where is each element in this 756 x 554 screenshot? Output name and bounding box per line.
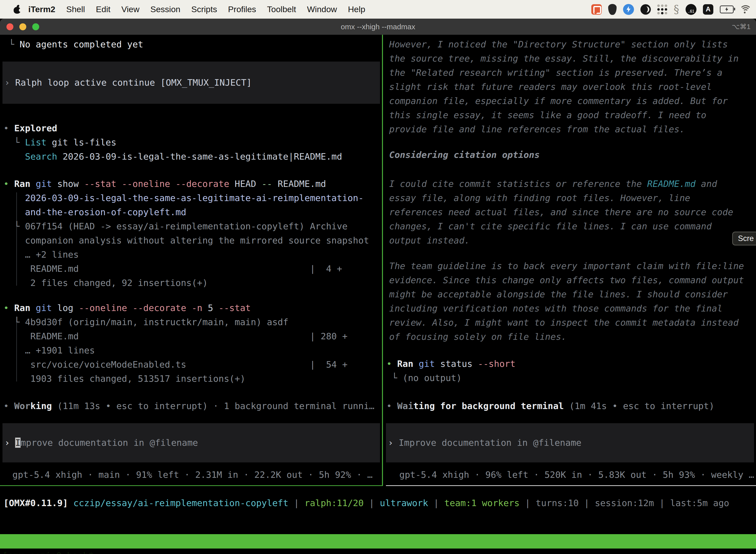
menu-item-edit[interactable]: Edit [96,4,111,14]
prompt-input-right[interactable]: › Improve documentation in @filename [386,423,754,462]
reasoning-line: output instead. [389,233,470,247]
right-pane-border [386,485,756,486]
agents-note: └ No agents completed yet [3,37,143,51]
reasoning-line: However, I noticed the "Directory Struct… [389,37,728,51]
dots-grid-icon[interactable] [657,4,667,14]
explored-header: • Explored [3,121,57,135]
wifi-icon[interactable] [740,5,751,14]
menu-item-view[interactable]: View [121,4,139,14]
omx-team: team:1 workers [444,498,519,508]
show-output-line: … +2 lines [3,247,79,262]
menu-items: iTerm2 Shell Edit View Session Scripts P… [28,4,365,14]
menu-item-help[interactable]: Help [348,4,365,14]
command-git-log: • Ran git log --oneline --decorate -n 5 … [3,301,251,315]
window-title: omx --xhigh --madmax [0,22,756,31]
moon-icon[interactable] [640,4,651,15]
apple-menu-icon[interactable] [13,5,21,14]
reasoning-line: including verification notes with those … [389,301,722,316]
lightning-badge-icon[interactable] [623,4,634,15]
waiting-status: • Waiting for background terminal (1m 41… [386,399,714,413]
reasoning-line: references need actual files, and since … [389,205,733,219]
messages-icon[interactable] [591,4,602,15]
macos-menubar: iTerm2 Shell Edit View Session Scripts P… [0,0,756,19]
reasoning-line: this single essay, it seems like a good … [389,108,706,122]
show-output-line: companion analysis without altering the … [3,233,369,247]
show-filename-line: 2026-03-09-is-legal-the-same-as-legitima… [3,191,364,205]
reasoning-line: slight risk that future readers may over… [389,80,712,94]
log-output-line: 1903 files changed, 513517 insertions(+) [3,372,245,386]
status-output-line: └ (no output) [386,371,461,385]
menu-item-session[interactable]: Session [150,4,180,14]
menu-item-scripts[interactable]: Scripts [191,4,217,14]
window-shortcut: ⌥⌘1 [732,22,751,31]
shield-grid-icon[interactable] [608,4,617,15]
inject-banner[interactable]: › Ralph loop active continue [OMX_TMUX_I… [2,62,380,104]
reasoning-line: might be acceptable alongside the file l… [389,287,728,301]
reasoning-line: review. Also, I might want to inspect th… [389,316,739,330]
text-cursor: I [15,438,20,448]
show-filename-line: and-the-erosion-of-copyleft.md [3,205,186,219]
left-pane-border [0,485,383,486]
readme-link: README.md [647,179,695,189]
pane-divider[interactable] [382,35,383,486]
reasoning-line: provide file and line references from th… [389,122,685,136]
model-status-line-right: gpt-5.4 xhigh · 96% left · 520K in · 5.8… [399,467,754,482]
battery-icon[interactable] [720,5,734,13]
explored-search-item: Search 2026-03-09-is-legal-the-same-as-l… [3,150,342,164]
omx-path: cczip/essay/ai-reimplementation-copyleft [68,498,289,508]
omx-status-line: [OMX#0.11.9] cczip/essay/ai-reimplementa… [3,496,729,510]
screen-overlay-chip[interactable]: Scre [732,232,756,245]
menu-item-iterm2[interactable]: iTerm2 [28,4,55,14]
reasoning-line: essay file, along with finding root file… [389,191,690,205]
reasoning-line: The team guideline is to back every impo… [389,259,744,273]
menu-item-profiles[interactable]: Profiles [228,4,256,14]
show-output-line: └ 067f154 (HEAD -> essay/ai-reimplementa… [3,219,348,233]
show-output-line: README.md | 4 + [3,262,342,276]
tmux-session-name[interactable]: [omx-cczip0:bash* [2,549,94,554]
reasoning-heading: Considering citation options [389,148,540,162]
reasoning-line: evidence. Since this change only affects… [389,273,744,287]
log-output-line: README.md | 280 + [3,329,348,343]
menubar-status-icons: § ..61 A [591,4,756,15]
menu-item-shell[interactable]: Shell [66,4,85,14]
working-status: • Working (11m 13s • esc to interrupt) ·… [3,399,375,413]
prompt-input-left[interactable]: › Improve documentation in @filename [2,423,380,462]
omx-ralph-counter: ralph:11/20 [305,498,364,508]
command-git-show: • Ran git show --stat --oneline --decora… [3,177,326,191]
reasoning-line: companion file, especially if more comme… [389,94,728,108]
window-titlebar: omx --xhigh --madmax ⌥⌘1 [0,19,756,35]
model-status-line-left: gpt-5.4 xhigh · main · 91% left · 2.31M … [12,467,373,482]
omx-version: [OMX#0.11.9] [3,498,68,508]
reasoning-line: of focusing solely on file lines. [389,330,567,344]
input-source-icon[interactable]: A [703,4,713,15]
hook-icon[interactable]: § [674,4,679,15]
log-output-line: └ 4b9d30f (origin/main, instructkr/main,… [3,315,289,329]
command-git-status: • Ran git status --short [386,357,515,371]
left-terminal-pane: └ No agents completed yet › Ralph loop a… [0,35,382,486]
reasoning-line: I could cite commit statistics or refere… [389,177,717,191]
reasoning-line: the "Related research writing" section i… [389,65,722,80]
log-output-line: … +1901 lines [3,343,95,357]
menu-item-toolbelt[interactable]: Toolbelt [267,4,296,14]
tmux-status-bar: [omx-cczip0:bash* "MacBook-Pro-44.local"… [0,534,756,549]
omx-session-info: | turns:10 | session:12m | last:5m ago [520,498,729,508]
right-terminal-pane: However, I noticed the "Directory Struct… [386,35,756,486]
reasoning-line: changes, I can't cite specific file line… [389,219,712,233]
reasoning-line: the source tree, missing the essay. Stil… [389,51,739,65]
battery-percent-badge-icon[interactable]: ..61 [686,4,696,15]
log-output-line: src/voice/voiceModeEnabled.ts | 54 + [3,357,348,372]
menu-item-window[interactable]: Window [307,4,337,14]
omx-ultrawork: ultrawork [380,498,428,508]
show-output-line: 2 files changed, 92 insertions(+) [3,276,208,290]
explored-list-item: └ List git ls-files [3,135,116,150]
